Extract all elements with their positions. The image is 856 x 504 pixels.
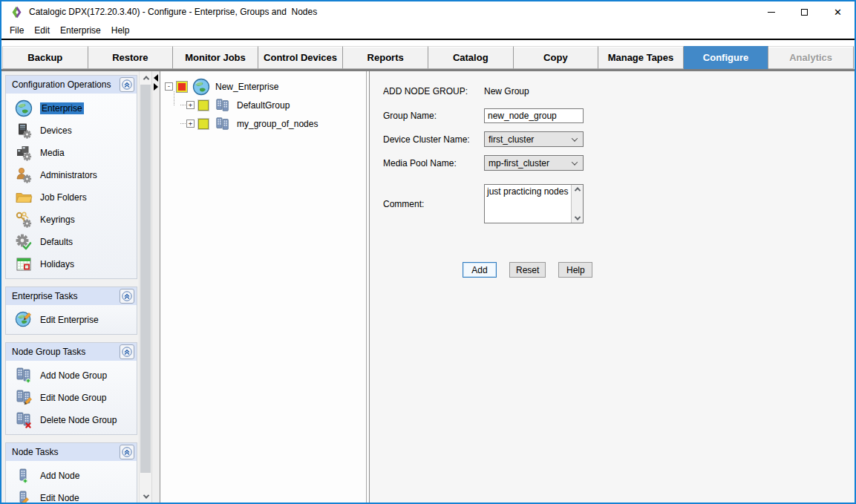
section-header: Node Tasks [6,443,137,461]
tree-checkbox-enterprise[interactable] [177,82,187,92]
device-cluster-label: Device Cluster Name: [383,134,484,145]
close-icon: ✕ [834,7,842,17]
tree-label: DefaultGroup [237,100,290,111]
tab-backup[interactable]: Backup [2,46,88,69]
globe-pencil-icon [13,310,33,330]
tree-checkbox-group[interactable] [198,100,209,111]
tree-collapse-icon[interactable]: - [165,82,173,91]
add-button[interactable]: Add [463,262,497,278]
comment-scrollbar[interactable] [571,185,583,223]
tab-analytics[interactable]: Analytics [768,46,854,69]
sidebar-item-label: Delete Node Group [40,415,117,425]
section-enterprise-tasks: Enterprise Tasks [5,287,137,335]
section-node-tasks: Node Tasks [5,442,137,503]
sidebar-item-label: Keyrings [40,215,75,225]
comment-textarea[interactable]: just practicing nodes [484,184,584,223]
media-pool-value: mp-first_cluster [489,158,572,168]
catalogic-logo-icon [10,6,23,19]
scrollbar-thumb[interactable] [140,85,151,473]
sidebar-item-edit-node[interactable]: Edit Node [6,487,137,503]
minimize-icon [768,12,775,13]
tab-monitor-jobs[interactable]: Monitor Jobs [173,46,258,69]
tab-restore[interactable]: Restore [88,46,174,69]
menu-file[interactable]: File [4,24,29,37]
section-title: Configuration Operations [12,79,111,90]
sidebar-item-administrators[interactable]: Administrators [6,164,137,186]
collapse-button[interactable] [120,77,134,92]
splitter-collapse-right-icon[interactable] [154,83,158,91]
chevron-double-up-icon [122,291,132,301]
sidebar-item-label: Edit Enterprise [40,315,99,325]
media-pool-select[interactable]: mp-first_cluster [484,155,584,171]
tab-copy[interactable]: Copy [514,46,599,69]
reset-button[interactable]: Reset [509,262,546,278]
content-area: Configuration Operations Enterprise [1,69,855,503]
sidebar-item-devices[interactable]: Devices [6,120,137,142]
calendar-icon [13,255,33,274]
menu-enterprise[interactable]: Enterprise [55,24,106,37]
sidebar-item-job-folders[interactable]: Job Folders [6,186,137,209]
sidebar-item-edit-enterprise[interactable]: Edit Enterprise [6,309,137,331]
comment-label: Comment: [383,199,484,209]
sidebar-item-add-node[interactable]: Add Node [6,465,137,487]
tree-checkbox-group[interactable] [198,119,209,129]
group-name-input[interactable] [484,108,584,123]
sidebar-item-media[interactable]: Media [6,142,137,164]
chevron-down-icon [572,159,578,165]
tab-catalog[interactable]: Catalog [428,46,514,69]
sidebar-item-add-node-group[interactable]: Add Node Group [6,364,137,387]
help-button[interactable]: Help [558,262,592,278]
collapse-button[interactable] [120,445,134,459]
collapse-button[interactable] [120,344,134,359]
sidebar: Configuration Operations Enterprise [1,71,139,503]
close-button[interactable]: ✕ [821,1,855,22]
menu-help[interactable]: Help [106,24,135,37]
sidebar-item-delete-node-group[interactable]: Delete Node Group [6,409,137,431]
scroll-down-icon[interactable] [140,490,152,503]
title-bar: Catalogic DPX(172.20.3.40) - Configure -… [1,1,855,22]
sidebar-item-label: Enterprise [40,102,84,114]
scroll-down-icon[interactable] [574,214,580,220]
sidebar-item-enterprise[interactable]: Enterprise [6,97,137,120]
panel-splitter[interactable] [151,71,160,503]
maximize-button[interactable] [788,1,821,22]
sidebar-scrollbar[interactable] [139,71,151,503]
collapse-button[interactable] [120,289,134,304]
section-title: Node Tasks [12,447,58,457]
sidebar-item-holidays[interactable]: Holidays [6,253,137,275]
minimize-button[interactable] [754,1,788,22]
keys-gear-icon [13,210,33,229]
chevron-down-icon [572,135,578,141]
tab-manage-tapes[interactable]: Manage Tapes [598,46,684,69]
buildings-icon [213,115,232,133]
sidebar-item-defaults[interactable]: Defaults [6,231,137,253]
folder-icon [13,188,33,207]
device-cluster-select[interactable]: first_cluster [484,131,584,147]
sidebar-item-keyrings[interactable]: Keyrings [6,209,137,231]
menu-bar: File Edit Enterprise Help [1,22,855,40]
sidebar-item-edit-node-group[interactable]: Edit Node Group [6,387,137,409]
tree-row-my-group-of-nodes[interactable]: + my_group_of_nodes [180,114,366,133]
section-title: Enterprise Tasks [12,291,77,301]
tab-control-devices[interactable]: Control Devices [258,46,344,69]
app-window: Catalogic DPX(172.20.3.40) - Configure -… [0,0,856,504]
tree-expand-icon[interactable]: + [186,101,195,109]
globe-icon [13,99,33,118]
media-gear-icon [13,143,33,163]
maximize-icon [801,9,808,16]
tree-row-defaultgroup[interactable]: + DefaultGroup [180,96,366,114]
device-cluster-value: first_cluster [489,134,572,145]
section-header: Configuration Operations [6,76,137,94]
tree-row-new-enterprise[interactable]: - New_Enterprise [165,77,366,96]
tab-configure[interactable]: Configure [684,46,769,69]
tab-bar: Backup Restore Monitor Jobs Control Devi… [1,46,855,69]
window-controls: ✕ [754,1,855,22]
tree-expand-icon[interactable]: + [186,120,195,128]
tab-reports[interactable]: Reports [343,46,428,69]
menu-edit[interactable]: Edit [29,24,55,37]
splitter-collapse-left-icon[interactable] [154,74,158,82]
comment-text[interactable]: just practicing nodes [485,185,571,223]
scroll-up-icon[interactable] [574,187,580,193]
building-pencil-icon [13,488,33,503]
scroll-up-icon[interactable] [140,71,152,84]
